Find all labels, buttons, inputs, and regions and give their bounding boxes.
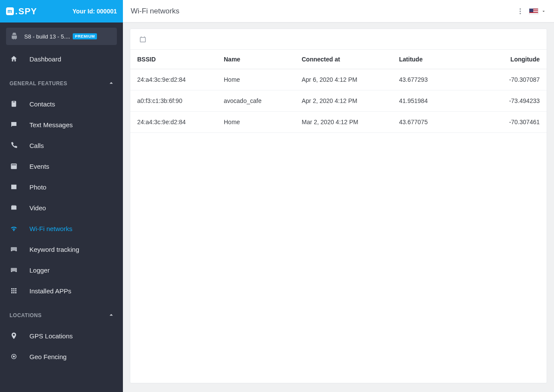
date-filter-button[interactable] bbox=[137, 34, 148, 45]
cell-connected: Mar 2, 2020 4:12 PM bbox=[295, 112, 392, 133]
cell-longitude: -70.307087 bbox=[492, 69, 547, 90]
calendar-icon bbox=[139, 35, 147, 43]
cell-name: avocado_cafe bbox=[217, 90, 295, 112]
col-name[interactable]: Name bbox=[217, 50, 295, 69]
device-name: S8 - build 13 - 5.... bbox=[24, 33, 70, 40]
pin-icon bbox=[9, 332, 19, 340]
keyboard-icon bbox=[9, 245, 19, 253]
sidebar-item-video[interactable]: Video bbox=[0, 197, 123, 218]
col-bssid[interactable]: BSSID bbox=[130, 50, 217, 69]
cell-name: Home bbox=[217, 112, 295, 133]
brand-mark-icon: m bbox=[6, 7, 14, 15]
clipboard-icon bbox=[9, 100, 19, 108]
image-icon bbox=[9, 183, 19, 191]
sidebar-item-text-messages[interactable]: Text Messages bbox=[0, 114, 123, 135]
sidebar-item-label: Keyword tracking bbox=[29, 246, 79, 253]
svg-point-0 bbox=[520, 8, 521, 10]
sidebar-item-gps-locations[interactable]: GPS Locations bbox=[0, 325, 123, 346]
sidebar-item-geo-fencing[interactable]: Geo Fencing bbox=[0, 346, 123, 367]
table-row[interactable]: 24:a4:3c:9e:d2:84HomeApr 6, 2020 4:12 PM… bbox=[130, 69, 547, 90]
table-row[interactable]: a0:f3:c1:3b:6f:90avocado_cafeApr 2, 2020… bbox=[130, 90, 547, 112]
sidebar-section-label: GENERAL FEATURES bbox=[10, 80, 68, 87]
video-icon bbox=[9, 204, 19, 212]
table-header-row: BSSID Name Connected at Latitude Longitu… bbox=[130, 50, 547, 69]
sidebar-section-general[interactable]: GENERAL FEATURES bbox=[0, 74, 123, 93]
svg-point-1 bbox=[520, 10, 521, 12]
table-row[interactable]: 24:a4:3c:9e:d2:84HomeMar 2, 2020 4:12 PM… bbox=[130, 112, 547, 133]
sidebar-item-label: GPS Locations bbox=[29, 332, 73, 340]
cell-longitude: -70.307461 bbox=[492, 112, 547, 133]
wifi-panel: BSSID Name Connected at Latitude Longitu… bbox=[130, 29, 547, 383]
panel-toolbar bbox=[130, 29, 547, 50]
wifi-table: BSSID Name Connected at Latitude Longitu… bbox=[130, 50, 547, 133]
sidebar-nav: Dashboard GENERAL FEATURES Contacts Text… bbox=[0, 48, 123, 392]
sidebar-section-label: LOCATIONS bbox=[10, 312, 42, 318]
cell-bssid: 24:a4:3c:9e:d2:84 bbox=[130, 112, 217, 133]
sidebar-item-installed-apps[interactable]: Installed APPs bbox=[0, 280, 123, 301]
android-icon bbox=[10, 32, 18, 41]
sidebar-item-label: Dashboard bbox=[29, 55, 61, 63]
col-longitude[interactable]: Longitude bbox=[492, 50, 547, 69]
sidebar-topbar: m . SPY Your Id: 000001 bbox=[0, 0, 123, 22]
sidebar-item-label: Calls bbox=[29, 142, 44, 149]
cell-latitude: 43.677075 bbox=[392, 112, 492, 133]
sidebar-item-calls[interactable]: Calls bbox=[0, 135, 123, 156]
chevron-up-icon bbox=[107, 311, 115, 320]
target-icon bbox=[9, 353, 19, 360]
device-selector[interactable]: S8 - build 13 - 5.... PREMIUM bbox=[6, 28, 117, 45]
sidebar-item-label: Events bbox=[29, 163, 49, 170]
sidebar-item-label: Logger bbox=[29, 267, 50, 274]
main-area: Wi-Fi networks bbox=[123, 0, 554, 392]
keyboard-icon bbox=[9, 266, 19, 274]
sidebar: m . SPY Your Id: 000001 S8 - build 13 - … bbox=[0, 0, 123, 392]
home-icon bbox=[9, 55, 19, 63]
cell-bssid: a0:f3:c1:3b:6f:90 bbox=[130, 90, 217, 112]
grid-icon bbox=[9, 287, 19, 295]
sidebar-item-label: Text Messages bbox=[29, 121, 73, 129]
sidebar-item-photo[interactable]: Photo bbox=[0, 177, 123, 197]
chat-icon bbox=[9, 121, 19, 129]
language-selector[interactable] bbox=[529, 8, 546, 14]
chevron-up-icon bbox=[107, 79, 115, 88]
topbar: Wi-Fi networks bbox=[123, 0, 554, 22]
page-title: Wi-Fi networks bbox=[131, 7, 179, 16]
sidebar-section-locations[interactable]: LOCATIONS bbox=[0, 305, 123, 325]
sidebar-item-dashboard[interactable]: Dashboard bbox=[0, 48, 123, 69]
calendar-icon bbox=[9, 162, 19, 170]
more-vert-icon bbox=[516, 7, 524, 15]
sidebar-item-label: Photo bbox=[29, 183, 46, 191]
content: BSSID Name Connected at Latitude Longitu… bbox=[123, 22, 554, 392]
sidebar-item-contacts[interactable]: Contacts bbox=[0, 93, 123, 114]
cell-connected: Apr 6, 2020 4:12 PM bbox=[295, 69, 392, 90]
sidebar-item-label: Video bbox=[29, 204, 46, 212]
wifi-icon bbox=[9, 225, 19, 232]
cell-name: Home bbox=[217, 69, 295, 90]
sidebar-item-logger[interactable]: Logger bbox=[0, 260, 123, 280]
sidebar-item-label: Installed APPs bbox=[29, 287, 71, 295]
sidebar-item-keyword-tracking[interactable]: Keyword tracking bbox=[0, 239, 123, 260]
cell-bssid: 24:a4:3c:9e:d2:84 bbox=[130, 69, 217, 90]
col-connected[interactable]: Connected at bbox=[295, 50, 392, 69]
premium-badge: PREMIUM bbox=[73, 33, 97, 39]
sidebar-item-wifi-networks[interactable]: Wi-Fi networks bbox=[0, 218, 123, 239]
sidebar-item-label: Geo Fencing bbox=[29, 353, 67, 360]
brand-logo: m . SPY bbox=[6, 6, 37, 16]
cell-longitude: -73.494233 bbox=[492, 90, 547, 112]
svg-point-2 bbox=[520, 13, 521, 14]
caret-down-icon bbox=[541, 9, 546, 14]
us-flag-icon bbox=[529, 8, 538, 14]
cell-latitude: 43.677293 bbox=[392, 69, 492, 90]
cell-connected: Apr 2, 2020 4:12 PM bbox=[295, 90, 392, 112]
phone-icon bbox=[9, 141, 19, 149]
col-latitude[interactable]: Latitude bbox=[392, 50, 492, 69]
sidebar-item-events[interactable]: Events bbox=[0, 156, 123, 177]
more-menu-button[interactable] bbox=[514, 5, 526, 17]
brand-dot-icon: . bbox=[15, 6, 18, 16]
cell-latitude: 41.951984 bbox=[392, 90, 492, 112]
sidebar-item-label: Contacts bbox=[29, 100, 55, 108]
sidebar-item-label: Wi-Fi networks bbox=[29, 225, 72, 232]
user-id-label: Your Id: 000001 bbox=[73, 8, 117, 15]
brand-name: SPY bbox=[19, 6, 37, 16]
